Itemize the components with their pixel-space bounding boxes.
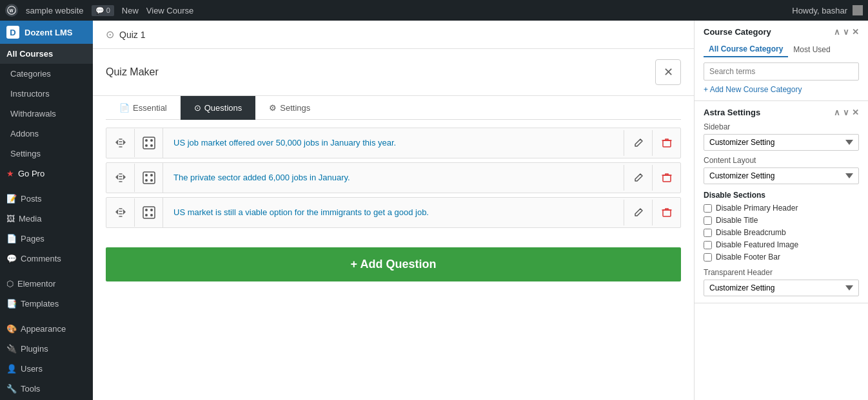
collapse-down-icon[interactable]: ∨ — [843, 27, 849, 37]
posts-icon: 📝 — [6, 194, 17, 204]
course-category-header: Course Category ∧ ∨ ✕ — [704, 27, 859, 37]
checkbox-disable-featured-image: Disable Featured Image — [704, 240, 859, 249]
svg-point-5 — [145, 144, 148, 147]
sidebar-select[interactable]: Customizer Setting — [704, 134, 859, 151]
site-name[interactable]: sample website — [26, 6, 84, 15]
drag-handle-2[interactable] — [106, 164, 135, 192]
sidebar-item-all-courses[interactable]: All Courses — [0, 44, 93, 64]
checkbox-disable-primary-header-input[interactable] — [704, 204, 712, 213]
table-row: US job market offered over 50,000 jobs i… — [106, 128, 681, 158]
astra-panel-controls[interactable]: ∧ ∨ ✕ — [834, 108, 859, 117]
category-search-input[interactable] — [704, 62, 859, 81]
appearance-icon: 🎨 — [6, 324, 17, 334]
new-link[interactable]: New — [122, 6, 139, 15]
edit-question-3[interactable] — [624, 200, 652, 225]
tab-settings[interactable]: ⚙ Settings — [255, 96, 324, 120]
sidebar-item-users[interactable]: 👤 Users — [0, 359, 93, 379]
add-question-button[interactable]: + Add Question — [106, 247, 681, 281]
checkbox-disable-footer-bar-input[interactable] — [704, 253, 712, 262]
svg-point-11 — [145, 179, 148, 182]
svg-point-17 — [145, 214, 148, 216]
course-category-title: Course Category — [704, 27, 771, 37]
sidebar-brand[interactable]: D Dozent LMS — [0, 21, 93, 44]
sidebar-item-posts[interactable]: 📝 Posts — [0, 189, 93, 209]
view-course-link[interactable]: View Course — [146, 6, 193, 15]
svg-point-6 — [150, 144, 153, 147]
checkbox-disable-breadcrumb-input[interactable] — [704, 229, 712, 237]
panel-collapse-controls[interactable]: ∧ ∨ ✕ — [834, 27, 859, 37]
drag-handle-3[interactable] — [106, 198, 135, 227]
checkbox-disable-featured-image-input[interactable] — [704, 241, 712, 249]
question-text-1: US job market offered over 50,000 jobs i… — [163, 129, 624, 157]
sidebar-item-appearance[interactable]: 🎨 Appearance — [0, 319, 93, 339]
svg-point-15 — [145, 209, 148, 211]
sidebar-item-elementor[interactable]: ⬡ Elementor — [0, 274, 93, 294]
sidebar-item-tools[interactable]: 🔧 Tools — [0, 379, 93, 399]
tab-essential[interactable]: 📄 Essential — [106, 96, 181, 120]
quiz-header-icon: ⊙ — [106, 28, 114, 41]
sidebar-item-templates[interactable]: 📑 Templates — [0, 294, 93, 314]
tab-questions[interactable]: ⊙ Questions — [181, 96, 256, 120]
question-text-3: US market is still a viable option for t… — [163, 199, 624, 226]
delete-question-1[interactable] — [652, 130, 680, 156]
sidebar-item-withdrawals[interactable]: Withdrawals — [0, 104, 93, 124]
tab-all-course-category[interactable]: All Course Category — [704, 42, 788, 57]
wp-logo[interactable]: W — [5, 4, 18, 17]
sidebar-item-plugins[interactable]: 🔌 Plugins — [0, 339, 93, 359]
collapse-up-icon[interactable]: ∧ — [834, 27, 840, 37]
edit-question-2[interactable] — [624, 165, 652, 191]
question-text-2: The private sector added 6,000 jobs in J… — [163, 164, 624, 191]
sidebar-item-categories[interactable]: Categories — [0, 64, 93, 84]
astra-close-icon[interactable]: ✕ — [852, 108, 859, 117]
table-row: US market is still a viable option for t… — [106, 197, 681, 228]
sidebar-item-go-pro[interactable]: ★ Go Pro — [0, 164, 93, 184]
transparent-header-select[interactable]: Customizer Setting — [704, 280, 859, 296]
brand-label: Dozent LMS — [25, 28, 72, 37]
edit-question-1[interactable] — [624, 130, 652, 156]
astra-settings-title: Astra Settings — [704, 108, 760, 117]
settings-tab-icon: ⚙ — [269, 103, 277, 113]
tab-most-used[interactable]: Most Used — [788, 42, 835, 57]
sidebar-item-settings[interactable]: Settings — [0, 144, 93, 164]
disable-footer-bar-label: Disable Footer Bar — [716, 252, 780, 262]
astra-collapse-up-icon[interactable]: ∧ — [834, 108, 840, 117]
sidebar-item-instructors[interactable]: Instructors — [0, 84, 93, 104]
sidebar-item-addons[interactable]: Addons — [0, 124, 93, 144]
sidebar-item-pages[interactable]: 📄 Pages — [0, 229, 93, 249]
svg-point-18 — [150, 214, 153, 216]
checkbox-disable-title: Disable Title — [704, 216, 859, 225]
disable-featured-image-label: Disable Featured Image — [716, 240, 798, 249]
disable-title-label: Disable Title — [716, 216, 758, 225]
tabs-bar: 📄 Essential ⊙ Questions ⚙ Settings — [106, 96, 681, 120]
close-panel-icon[interactable]: ✕ — [852, 27, 859, 37]
add-new-course-category-link[interactable]: + Add New Course Category — [704, 85, 802, 94]
quiz-header: ⊙ Quiz 1 — [93, 21, 694, 49]
close-button[interactable]: ✕ — [655, 59, 681, 85]
questions-icon: ⊙ — [194, 103, 201, 113]
questions-list: US job market offered over 50,000 jobs i… — [93, 120, 694, 240]
quiz-maker-section: Quiz Maker ✕ — [93, 49, 694, 96]
svg-text:W: W — [10, 8, 14, 13]
content-layout-label: Content Layout — [704, 156, 859, 165]
astra-settings-panel: Astra Settings ∧ ∨ ✕ Sidebar Customizer … — [695, 101, 868, 303]
content-layout-select[interactable]: Customizer Setting — [704, 167, 859, 184]
question-type-1 — [135, 128, 163, 158]
checkbox-disable-primary-header: Disable Primary Header — [704, 204, 859, 213]
svg-point-16 — [150, 209, 153, 211]
svg-rect-8 — [143, 172, 155, 184]
sidebar-item-comments[interactable]: 💬 Comments — [0, 249, 93, 269]
svg-rect-7 — [663, 140, 671, 147]
brand-icon: D — [6, 26, 19, 39]
delete-question-2[interactable] — [652, 165, 680, 191]
delete-question-3[interactable] — [652, 200, 680, 225]
checkbox-disable-title-input[interactable] — [704, 216, 712, 225]
svg-point-4 — [150, 139, 153, 142]
comment-count[interactable]: 💬 0 — [92, 5, 114, 16]
astra-collapse-down-icon[interactable]: ∨ — [843, 108, 849, 117]
pages-icon: 📄 — [6, 234, 17, 243]
star-icon: ★ — [6, 169, 14, 178]
drag-handle-1[interactable] — [106, 129, 135, 157]
sidebar-item-media[interactable]: 🖼 Media — [0, 209, 93, 229]
admin-bar: W sample website 💬 0 New View Course How… — [0, 0, 868, 21]
quiz-maker-title: Quiz Maker — [106, 66, 159, 78]
